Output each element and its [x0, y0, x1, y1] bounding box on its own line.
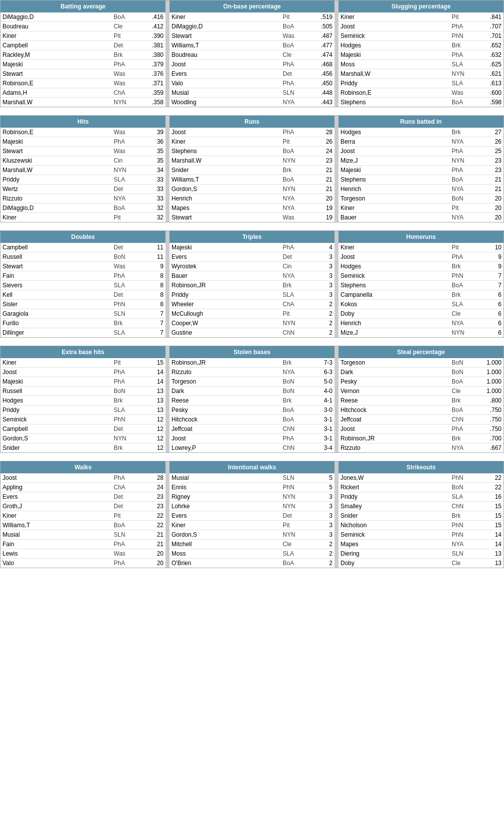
- team: NYN: [452, 70, 477, 77]
- stat-value: .652: [477, 42, 502, 49]
- player-name: Evers: [171, 70, 283, 77]
- player-name: Gordon,S: [171, 531, 283, 538]
- team: Brk: [283, 282, 308, 289]
- player-name: Majeski: [171, 244, 283, 251]
- player-name: Joost: [171, 435, 283, 442]
- player-name: Kiner: [2, 32, 114, 39]
- ebh-header: Extra base hits: [0, 346, 166, 358]
- team: PhA: [114, 61, 139, 68]
- table-row: HitchcockBoA3-1: [169, 415, 335, 424]
- team: SLA: [452, 80, 477, 87]
- stat-value: .841: [477, 13, 502, 20]
- stat-value: 7-3: [308, 359, 333, 366]
- stat-value: 3: [308, 253, 333, 260]
- player-name: Gordon,S: [2, 435, 114, 442]
- stat-value: .707: [477, 23, 502, 30]
- stat-value: 28: [308, 129, 333, 136]
- table-row: MitchellCle2: [169, 540, 335, 549]
- table-row: Williams,TBoA22: [0, 521, 166, 530]
- stat-value: 7: [139, 310, 164, 317]
- walks-col: Walks JoostPhA28ApplingChA24EversDet23Gr…: [0, 461, 166, 568]
- stat-value: .701: [477, 32, 502, 39]
- player-name: Groth,J: [2, 503, 114, 510]
- stat-value: 14: [477, 541, 502, 548]
- player-name: Seminick: [2, 416, 114, 423]
- table-row: HodgesBrk9: [338, 262, 504, 271]
- table-row: Marshall,WNYN23: [169, 156, 335, 166]
- team: Det: [114, 186, 139, 193]
- player-name: Jeffcoat: [340, 416, 452, 423]
- team: BoN: [114, 388, 139, 395]
- player-name: Evers: [171, 512, 283, 519]
- player-name: Majeski: [2, 138, 114, 145]
- player-name: Joost: [171, 61, 283, 68]
- player-name: Rickert: [340, 484, 452, 491]
- team: Was: [114, 80, 139, 87]
- stat-value: 6-3: [308, 369, 333, 376]
- team: Det: [283, 253, 308, 260]
- team: BoA: [452, 407, 477, 413]
- player-name: Priddy: [2, 176, 114, 183]
- stat-value: 19: [308, 214, 333, 221]
- table-row: CampbellDet12: [0, 424, 166, 434]
- table-row: LewisWas20: [0, 549, 166, 559]
- table-row: JeffcoatChN.750: [338, 415, 504, 424]
- walks-section: Walks JoostPhA28ApplingChA24EversDet23Gr…: [0, 461, 504, 568]
- table-row: KinerPit.390: [0, 31, 166, 41]
- team: BoN: [452, 369, 477, 376]
- player-name: Kiner: [171, 138, 283, 145]
- table-row: KinerPit3: [169, 521, 335, 530]
- player-name: Campanella: [340, 291, 452, 298]
- stat-value: .700: [477, 435, 502, 442]
- stat-value: .632: [477, 51, 502, 58]
- player-name: Bauer: [340, 214, 452, 221]
- team: BoA: [283, 148, 308, 155]
- table-row: Robinson,EWas.600: [338, 88, 504, 98]
- stat-value: 34: [139, 167, 164, 174]
- player-name: Nicholson: [340, 522, 452, 529]
- team: Was: [114, 550, 139, 557]
- table-row: StewartWas9: [0, 262, 166, 271]
- stat-value: 35: [139, 148, 164, 155]
- stat-value: 33: [139, 176, 164, 183]
- team: ChA: [114, 484, 139, 491]
- player-name: Priddy: [340, 493, 452, 500]
- player-name: Doby: [340, 310, 452, 317]
- stat-value: 33: [139, 186, 164, 193]
- player-name: Moss: [171, 550, 283, 557]
- team: BoA: [283, 42, 308, 49]
- stat-value: 39: [139, 129, 164, 136]
- team: Was: [114, 129, 139, 136]
- sp-header: Steal percentage: [338, 346, 504, 358]
- team: Brk: [452, 435, 477, 442]
- team: Brk: [452, 512, 477, 519]
- slugging-header: Slugging percentage: [338, 0, 504, 12]
- table-row: MajeskiPhA4: [169, 243, 335, 252]
- team: Det: [114, 503, 139, 510]
- walks-header: Walks: [0, 461, 166, 473]
- player-name: Dillinger: [2, 329, 114, 336]
- player-name: Woodling: [171, 99, 283, 106]
- team: NYA: [452, 138, 477, 145]
- stat-value: 14: [139, 369, 164, 376]
- table-row: WoodlingNYA.443: [169, 98, 335, 107]
- team: Pit: [452, 244, 477, 251]
- stat-value: 2: [308, 560, 333, 567]
- player-name: Majeski: [340, 51, 452, 58]
- player-name: Snider: [2, 444, 114, 451]
- stat-value: 7: [139, 320, 164, 327]
- divider-1: [166, 0, 169, 107]
- player-name: Russell: [2, 388, 114, 395]
- table-row: PeskyBoA1.000: [338, 377, 504, 387]
- table-row: MajeskiPhA.632: [338, 50, 504, 60]
- table-row: PriddySLA16: [338, 492, 504, 502]
- stat-value: 35: [139, 157, 164, 164]
- team: Brk: [283, 359, 308, 366]
- player-name: Boudreau: [171, 51, 283, 58]
- stat-value: .456: [308, 70, 333, 77]
- player-name: Hitchcock: [171, 416, 283, 423]
- team: BoA: [452, 176, 477, 183]
- player-name: Musial: [171, 474, 283, 481]
- table-row: JoostPhA3-1: [169, 434, 335, 443]
- player-name: Joost: [171, 129, 283, 136]
